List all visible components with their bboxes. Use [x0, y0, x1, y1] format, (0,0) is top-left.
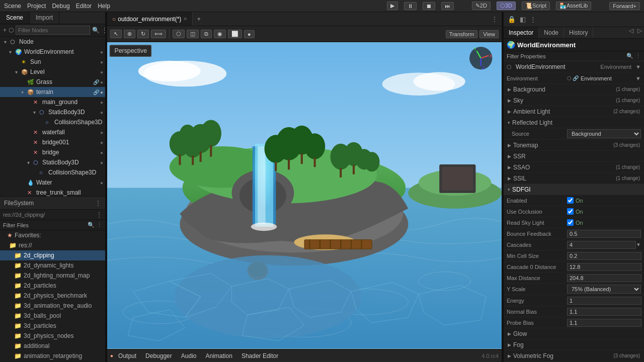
tab-close-icon[interactable]: ✕	[183, 16, 187, 22]
sdfgi-energy-input[interactable]	[567, 297, 641, 305]
toolbar-snap[interactable]: ●	[244, 30, 255, 38]
stop-button[interactable]: ⏹	[423, 2, 435, 10]
fs-item-2d-lighting[interactable]: 📁 2d_lighting_normal_map	[0, 270, 105, 281]
tab-output[interactable]: Output	[114, 351, 140, 360]
forward-plus-button[interactable]: Forward+	[609, 2, 640, 10]
fs-options-icon[interactable]: ⋮	[97, 222, 102, 228]
tree-item-bridge001[interactable]: ✕ bridge001 ●	[0, 137, 105, 147]
fs-item-anim-retargeting[interactable]: 📁 animation_retargeting	[0, 351, 105, 361]
env-dropdown-icon[interactable]: ▼	[635, 75, 641, 81]
mode-script[interactable]: 📜Script	[522, 2, 550, 10]
filesystem-header[interactable]: FileSystem ⋮	[0, 197, 105, 210]
tab-scene[interactable]: Scene	[0, 12, 30, 24]
play-button[interactable]: ▶	[387, 2, 398, 10]
toolbar-select[interactable]: ↖	[110, 30, 122, 38]
fs-item-3d-balls[interactable]: 📁 3d_balls_pool	[0, 311, 105, 321]
sdfgi-skylight-checkbox[interactable]	[567, 219, 574, 226]
fs-item-additional[interactable]: 📁 additional	[0, 341, 105, 351]
prev-icon[interactable]: ◁	[627, 27, 635, 38]
section-background[interactable]: ▶ Background (1 change)	[504, 84, 644, 95]
section-sky[interactable]: ▶ Sky (1 change)	[504, 95, 644, 106]
tree-item-node[interactable]: ▾ ⬡ Node	[0, 37, 105, 47]
section-fog[interactable]: ▶ Fog	[504, 339, 644, 350]
section-reflected-light[interactable]: ▾ Reflected Light	[504, 117, 644, 128]
menu-scene[interactable]: Scene	[4, 3, 21, 10]
tab-debugger[interactable]: Debugger	[141, 351, 176, 360]
filesystem-options-icon[interactable]: ⋮	[95, 200, 101, 207]
tree-item-colshape1[interactable]: ○ CollisionShape3D	[0, 117, 105, 127]
tree-vis-grass[interactable]: ●	[100, 79, 103, 85]
menu-debug[interactable]: Debug	[52, 3, 69, 10]
tree-item-main-ground[interactable]: ✕ main_ground ●	[0, 97, 105, 107]
fs-item-3d-anim[interactable]: 📁 3d_animation_tree_audio	[0, 301, 105, 311]
section-tonemap[interactable]: ▶ Tonemap (3 changes)	[504, 140, 644, 151]
tree-vis-sb1[interactable]: ●	[100, 110, 103, 115]
tree-item-level[interactable]: ▾ 📦 Level ●	[0, 67, 105, 77]
menu-editor[interactable]: Editor	[76, 3, 92, 10]
tree-link-terrain[interactable]: 🔗	[93, 89, 99, 95]
tab-node[interactable]: Node	[539, 27, 564, 38]
toolbar-bone[interactable]: ◉	[214, 30, 226, 38]
sdfgi-normalbias-input[interactable]	[567, 308, 641, 316]
add-tab-button[interactable]: +	[193, 12, 205, 26]
toolbar-soft[interactable]: ⬜	[228, 30, 242, 38]
fs-item-res[interactable]: 📁 res://	[0, 240, 105, 250]
tab-inspector[interactable]: Inspector	[504, 27, 539, 38]
fs-item-3d-particles[interactable]: 📁 3d_particles	[0, 321, 105, 331]
filter-prop-options-icon[interactable]: ⋮	[635, 53, 641, 59]
sdfgi-probebias-input[interactable]	[567, 319, 641, 327]
sdfgi-bounce-input[interactable]	[567, 230, 641, 238]
sdfgi-yscale-select[interactable]: 75% (Balanced)	[567, 285, 641, 294]
fs-item-2d-particles[interactable]: 📁 2d_particles	[0, 281, 105, 291]
mode-assetlib[interactable]: 🏪AssetLib	[556, 2, 591, 10]
toolbar-surface-snap[interactable]: ⬡	[173, 30, 185, 38]
filter-prop-search-icon[interactable]: 🔍	[626, 53, 633, 59]
section-volumetric-fog[interactable]: ▶ Volumetric Fog (3 changes)	[504, 350, 644, 361]
tree-vis-worldenv[interactable]: ●	[100, 49, 103, 55]
tree-vis-sb2[interactable]: ●	[100, 160, 103, 165]
tree-vis-bridge[interactable]: ●	[100, 150, 103, 155]
sdfgi-maxdist-input[interactable]	[567, 274, 641, 282]
section-ssr[interactable]: ▶ SSR	[504, 151, 644, 162]
tree-item-staticbody1[interactable]: ▾ ⬡ StaticBody3D ●	[0, 107, 105, 117]
cascades-dropdown-icon[interactable]: ▼	[636, 242, 641, 247]
lock-icon[interactable]: 🔒	[508, 16, 516, 23]
env-resource-chevron[interactable]: ▼	[635, 64, 641, 70]
fs-item-2d-dynamic[interactable]: 📁 2d_dynamic_lights	[0, 260, 105, 270]
tree-vis-sun[interactable]: ●	[100, 59, 103, 65]
tree-link-grass[interactable]: 🔗	[93, 79, 99, 85]
toolbar-move[interactable]: ⊕	[124, 30, 135, 38]
sdfgi-cascade0-input[interactable]	[567, 263, 641, 271]
tree-vis-bridge001[interactable]: ●	[100, 140, 103, 145]
fs-item-2d-physics[interactable]: 📁 2d_physics_benchmark	[0, 291, 105, 301]
view-button[interactable]: View	[479, 30, 499, 38]
toolbar-rotate[interactable]: ↻	[137, 30, 149, 38]
tree-item-grass[interactable]: 🌿 Grass 🔗 ●	[0, 77, 105, 87]
tree-vis-main-ground[interactable]: ●	[100, 100, 103, 105]
fs-item-favorites[interactable]: ★ Favorites:	[0, 230, 105, 240]
toolbar-scale[interactable]: ⟺	[151, 30, 166, 38]
fs-search-icon[interactable]: 🔍	[88, 222, 95, 228]
env-resource-row[interactable]: ⬡ WorldEnvironment Environment ▼	[504, 61, 644, 73]
step-button[interactable]: ⏭	[441, 2, 454, 10]
section-sdfgi[interactable]: ▾ SDFGI	[504, 184, 644, 195]
sdfgi-mincell-input[interactable]	[567, 252, 641, 260]
tree-item-water[interactable]: 💧 Water ●	[0, 177, 105, 188]
tree-item-waterfall[interactable]: ✕ waterfall ●	[0, 127, 105, 137]
more-icon[interactable]: ⋮	[530, 16, 536, 23]
transform-button[interactable]: Transform	[446, 30, 478, 38]
tree-item-colshape2[interactable]: ○ CollisionShape3D	[0, 167, 105, 177]
tree-vis-water[interactable]: ●	[100, 180, 103, 186]
tree-item-sun[interactable]: ☀ Sun ●	[0, 57, 105, 67]
section-ambient-light[interactable]: ▶ Ambient Light (2 changes)	[504, 106, 644, 117]
sdfgi-enabled-checkbox[interactable]	[567, 197, 574, 204]
fs-item-3d-physics[interactable]: 📁 3d_physics_nodes	[0, 331, 105, 341]
source-select[interactable]: Background	[567, 129, 641, 138]
editor-tab-outdoor[interactable]: ○ outdoor_environment(*) ✕	[107, 12, 193, 26]
tree-item-worldenv[interactable]: ▾ 🌍 WorldEnvironment ●	[0, 47, 105, 57]
tab-animation[interactable]: Animation	[202, 351, 236, 360]
tree-item-staticbody2[interactable]: ▾ ⬡ StaticBody3D ●	[0, 157, 105, 167]
section-ssil[interactable]: ▶ SSIL (1 change)	[504, 173, 644, 184]
sdfgi-cascades-input[interactable]	[567, 241, 636, 249]
tab-history[interactable]: History	[564, 27, 593, 38]
